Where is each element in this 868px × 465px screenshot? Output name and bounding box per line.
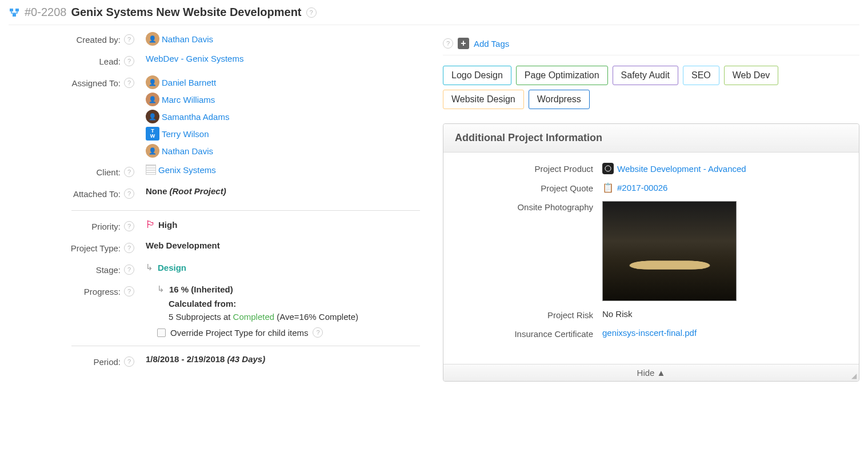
help-icon[interactable]: ?: [313, 327, 323, 338]
help-icon[interactable]: ?: [124, 243, 134, 253]
help-icon[interactable]: ?: [124, 221, 134, 231]
help-icon[interactable]: ?: [124, 78, 134, 88]
help-icon[interactable]: ?: [124, 264, 134, 275]
risk-label: Project Risk: [456, 309, 593, 320]
stage-link[interactable]: Design: [158, 263, 186, 272]
lead-link[interactable]: WebDev - Genix Systems: [146, 54, 420, 63]
avatar: 👤: [146, 75, 159, 89]
hide-label: Hide: [637, 368, 655, 378]
client-label: Client:: [96, 167, 121, 177]
project-type-label: Project Type:: [71, 243, 121, 253]
avatar: 👤: [146, 32, 159, 46]
building-icon: [146, 165, 156, 175]
attached-root: (Root Project): [170, 186, 226, 196]
details-column: Created by:? 👤 Nathan Davis Lead:? WebDe…: [9, 32, 420, 382]
lead-label: Lead:: [99, 57, 121, 66]
progress-calc-label: Calculated from:: [169, 299, 236, 308]
help-icon[interactable]: ?: [443, 38, 453, 49]
svg-rect-1: [15, 9, 19, 11]
inherit-icon: ↳: [157, 284, 165, 294]
client-link[interactable]: Genix Systems: [158, 165, 216, 175]
additional-info-panel: Additional Project Information Project P…: [443, 123, 859, 382]
assigned-user: 👤Nathan Davis: [146, 144, 420, 158]
created-by-label: Created by:: [76, 35, 121, 45]
help-icon[interactable]: ?: [124, 34, 134, 45]
assigned-list: 👤Daniel Barnett👤Marc Williams👤Samantha A…: [134, 75, 420, 159]
tag[interactable]: Website Design: [443, 90, 524, 109]
tag[interactable]: Safety Audit: [613, 66, 678, 85]
avatar: 👤: [146, 93, 159, 106]
avatar: 👤: [146, 110, 159, 123]
divider: [71, 346, 420, 346]
stage-label: Stage:: [96, 265, 121, 275]
product-link[interactable]: Website Development - Advanced: [617, 164, 746, 174]
help-icon[interactable]: ?: [124, 286, 134, 296]
add-tags-link[interactable]: Add Tags: [474, 39, 509, 49]
quote-label: Project Quote: [456, 182, 593, 193]
product-label: Project Product: [456, 163, 593, 174]
period-label: Period:: [93, 357, 121, 367]
resize-grip-icon[interactable]: ◢: [851, 372, 857, 380]
page-header: #0-2208 Genix Systems New Website Develo…: [9, 6, 859, 25]
insurance-label: Insurance Certificate: [456, 328, 593, 339]
attached-none: None: [146, 186, 167, 196]
quote-link[interactable]: #2017-00026: [617, 183, 667, 193]
override-checkbox[interactable]: [157, 328, 166, 337]
quote-icon: 📋: [602, 182, 614, 193]
assigned-user-link[interactable]: Nathan Davis: [162, 146, 213, 156]
priority-high-icon: 🏳: [146, 219, 156, 231]
sidebar-column: ? + Add Tags Logo DesignPage Optimizatio…: [443, 32, 859, 382]
progress-sub-prefix: 5 Subprojects at: [169, 312, 233, 322]
period-range: 1/8/2018 - 2/19/2018: [146, 354, 225, 364]
progress-sub-suffix: (Ave=16% Complete): [274, 312, 358, 322]
attached-to-label: Attached To:: [73, 189, 121, 199]
help-icon[interactable]: ?: [124, 356, 134, 367]
tag[interactable]: Page Optimization: [516, 66, 608, 85]
divider: [71, 210, 420, 211]
assigned-user: 👤Samantha Adams: [146, 110, 420, 123]
assigned-user-link[interactable]: Samantha Adams: [162, 112, 229, 122]
project-title: Genix Systems New Website Development: [71, 6, 301, 19]
chevron-up-icon: ▲: [657, 368, 666, 378]
tag[interactable]: Logo Design: [443, 66, 511, 85]
tag[interactable]: SEO: [683, 66, 719, 85]
avatar: 👤: [146, 144, 159, 158]
team-avatar: TW: [146, 127, 159, 141]
inherit-icon: ↳: [146, 262, 153, 272]
assigned-user-link[interactable]: Terry Wilson: [162, 129, 209, 139]
help-icon[interactable]: ?: [306, 7, 317, 18]
progress-sub-status: Completed: [233, 312, 275, 322]
insurance-link[interactable]: genixsys-inscert-final.pdf: [602, 328, 697, 338]
assigned-user-link[interactable]: Daniel Barnett: [162, 78, 216, 87]
project-type-value: Web Development: [146, 240, 420, 250]
help-icon[interactable]: ?: [124, 189, 134, 199]
progress-value: 16 % (Inherited): [169, 284, 233, 294]
photo-label: Onsite Photography: [456, 201, 593, 212]
assigned-user: TWTerry Wilson: [146, 127, 420, 141]
priority-value: High: [158, 220, 177, 230]
help-icon[interactable]: ?: [124, 167, 134, 177]
svg-rect-0: [10, 9, 13, 11]
override-label: Override Project Type for child items: [170, 328, 308, 338]
risk-value: No Risk: [602, 309, 633, 319]
project-icon: [9, 7, 20, 18]
panel-hide-button[interactable]: Hide ▲ ◢: [443, 364, 859, 381]
priority-label: Priority:: [91, 222, 121, 231]
tag[interactable]: Web Dev: [724, 66, 779, 85]
assigned-user: 👤Marc Williams: [146, 93, 420, 106]
tags-list: Logo DesignPage OptimizationSafety Audit…: [443, 66, 859, 109]
assigned-to-label: Assigned To:: [71, 78, 121, 88]
product-icon: [602, 163, 614, 174]
svg-point-3: [605, 166, 611, 171]
progress-label: Progress:: [84, 287, 121, 296]
help-icon[interactable]: ?: [124, 56, 134, 66]
created-by-user[interactable]: Nathan Davis: [162, 34, 213, 44]
project-id: #0-2208: [25, 6, 66, 19]
onsite-photo[interactable]: [602, 201, 737, 301]
tag[interactable]: Wordpress: [529, 90, 590, 109]
assigned-user: 👤Daniel Barnett: [146, 75, 420, 89]
assigned-user-link[interactable]: Marc Williams: [162, 95, 215, 105]
panel-title: Additional Project Information: [455, 132, 602, 143]
add-tag-icon[interactable]: +: [458, 38, 469, 49]
period-days: (43 Days): [227, 354, 265, 364]
